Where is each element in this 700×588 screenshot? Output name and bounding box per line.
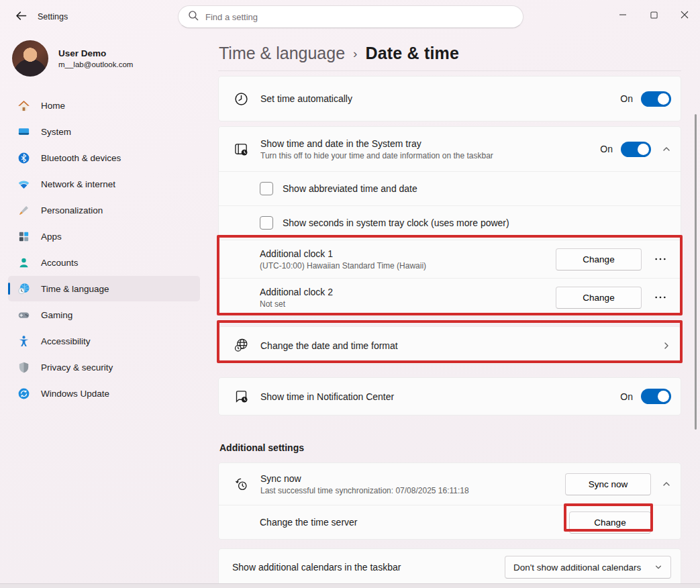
accessibility-icon xyxy=(17,335,30,348)
setting-title: Show time and date in the System tray xyxy=(260,138,600,149)
close-icon xyxy=(681,11,689,19)
row-system-tray[interactable]: Show time and date in the System tray Tu… xyxy=(219,127,681,171)
selected-indicator xyxy=(8,283,10,295)
setting-title: Set time automatically xyxy=(260,93,620,104)
checkbox-label: Show seconds in system tray clock (uses … xyxy=(283,217,509,228)
user-profile[interactable]: User Demo m__lab@outlook.com xyxy=(0,34,208,77)
chevron-up-icon[interactable] xyxy=(662,479,671,489)
sidebar-item-label: Windows Update xyxy=(41,389,109,399)
row-additional-calendars: Show additional calendars in the taskbar… xyxy=(219,549,681,585)
avatar xyxy=(12,40,48,77)
breadcrumb: Time & language › Date & time xyxy=(218,42,681,64)
abbreviated-time-checkbox[interactable] xyxy=(260,182,273,195)
chevron-down-icon xyxy=(654,563,662,571)
sidebar: User Demo m__lab@outlook.com Home System… xyxy=(0,34,208,588)
sidebar-item-privacy[interactable]: Privacy & security xyxy=(8,354,200,380)
setting-subtitle: (UTC-10:00) Hawaiian Standard Time (Hawa… xyxy=(260,261,556,271)
calendars-dropdown[interactable]: Don't show additional calendars xyxy=(505,556,671,579)
ellipsis-icon xyxy=(654,257,666,261)
clock-icon xyxy=(234,91,249,107)
system-icon xyxy=(17,126,30,138)
checkbox-label: Show abbreviated time and date xyxy=(283,183,417,194)
setting-subtitle: Last successful time synchronization: 07… xyxy=(260,486,565,495)
sidebar-item-bluetooth[interactable]: Bluetooth & devices xyxy=(8,145,200,170)
minimize-icon xyxy=(619,11,627,19)
setting-title: Change the date and time format xyxy=(260,340,659,351)
setting-title: Additional clock 2 xyxy=(260,287,556,297)
clock-1-more-button[interactable] xyxy=(650,249,671,269)
minimize-button[interactable] xyxy=(607,0,638,30)
window-bottom-edge xyxy=(0,583,700,588)
globe-clock-icon xyxy=(234,338,249,353)
sidebar-item-apps[interactable]: Apps xyxy=(8,224,200,249)
clock-2-more-button[interactable] xyxy=(650,287,671,307)
row-time-server: Change the time server Change xyxy=(219,505,681,539)
sidebar-item-network[interactable]: Network & internet xyxy=(8,171,200,197)
sidebar-item-label: Time & language xyxy=(41,284,109,294)
row-sync-now: Sync now Last successful time synchroniz… xyxy=(219,463,681,505)
card-set-time-automatically: Set time automatically On xyxy=(218,76,681,121)
setting-subtitle: Not set xyxy=(260,299,556,309)
titlebar: Settings Find a setting xyxy=(0,0,700,34)
show-seconds-checkbox[interactable] xyxy=(260,216,273,230)
accounts-icon xyxy=(17,256,30,269)
maximize-button[interactable] xyxy=(638,0,669,30)
bluetooth-icon xyxy=(17,152,30,164)
sync-clock-icon xyxy=(234,477,249,492)
sidebar-item-label: Gaming xyxy=(41,310,72,320)
sidebar-item-windows-update[interactable]: Windows Update xyxy=(8,381,200,406)
scrolled-card-edge xyxy=(218,70,681,71)
set-time-automatically-toggle[interactable] xyxy=(641,91,671,107)
setting-title: Show time in Notification Center xyxy=(260,391,620,402)
sync-now-button[interactable]: Sync now xyxy=(565,473,651,495)
dropdown-value: Don't show additional calendars xyxy=(513,562,641,573)
sidebar-item-label: Bluetooth & devices xyxy=(41,153,121,163)
sidebar-item-gaming[interactable]: Gaming xyxy=(8,302,200,328)
sidebar-nav: Home System Bluetooth & devices Network … xyxy=(0,93,208,406)
breadcrumb-separator-icon: › xyxy=(353,45,357,61)
toggle-knob xyxy=(658,391,669,402)
chevron-up-icon[interactable] xyxy=(662,144,671,154)
sidebar-item-time-language[interactable]: Time & language xyxy=(8,276,200,301)
row-date-time-format[interactable]: Change the date and time format xyxy=(219,327,681,364)
sidebar-item-label: Network & internet xyxy=(41,179,115,189)
toggle-state-label: On xyxy=(620,391,633,402)
toggle-knob xyxy=(658,93,669,105)
sidebar-item-system[interactable]: System xyxy=(8,119,200,144)
close-button[interactable] xyxy=(669,0,700,30)
sidebar-item-accessibility[interactable]: Accessibility xyxy=(8,328,200,354)
search-input[interactable]: Find a setting xyxy=(178,5,523,28)
sidebar-item-personalization[interactable]: Personalization xyxy=(8,197,200,223)
sidebar-item-home[interactable]: Home xyxy=(8,93,200,118)
sidebar-item-label: Home xyxy=(41,101,65,111)
toggle-state-label: On xyxy=(620,93,633,104)
row-notification-center: Show time in Notification Center On xyxy=(219,378,681,415)
system-tray-toggle[interactable] xyxy=(621,142,651,157)
personalization-icon xyxy=(17,204,30,217)
sidebar-item-label: Apps xyxy=(41,232,62,242)
taskbar-clock-icon xyxy=(234,142,249,157)
maximize-icon xyxy=(650,11,658,19)
sidebar-item-accounts[interactable]: Accounts xyxy=(8,250,200,275)
main-content: Time & language › Date & time Set time a… xyxy=(208,34,700,588)
time-language-icon xyxy=(17,283,30,295)
notification-center-toggle[interactable] xyxy=(641,389,671,404)
sidebar-item-label: System xyxy=(41,127,71,137)
ellipsis-icon xyxy=(654,295,666,299)
back-button[interactable] xyxy=(9,7,32,26)
sidebar-item-label: Personalization xyxy=(41,205,103,215)
sidebar-item-label: Accessibility xyxy=(41,336,91,346)
windows-update-icon xyxy=(17,387,30,400)
window-controls xyxy=(607,0,700,30)
change-clock-1-button[interactable]: Change xyxy=(556,248,642,271)
card-sync: Sync now Last successful time synchroniz… xyxy=(218,462,681,540)
back-arrow-icon xyxy=(15,11,27,23)
row-additional-clock-1: Additional clock 1 (UTC-10:00) Hawaiian … xyxy=(219,240,681,278)
vertical-scrollbar[interactable] xyxy=(695,114,697,430)
card-notification-center: Show time in Notification Center On xyxy=(218,377,681,415)
change-clock-2-button[interactable]: Change xyxy=(556,287,642,309)
breadcrumb-parent[interactable]: Time & language xyxy=(219,44,345,63)
chevron-right-icon xyxy=(662,341,671,350)
change-time-server-button[interactable]: Change xyxy=(569,511,651,534)
toggle-state-label: On xyxy=(600,144,613,154)
